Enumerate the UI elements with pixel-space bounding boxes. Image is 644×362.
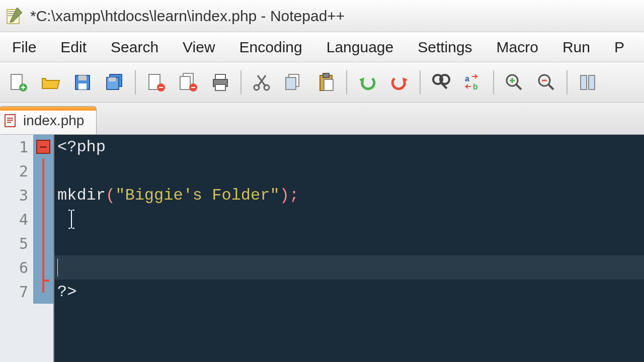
code-line-2[interactable] xyxy=(54,159,644,183)
line-number: 7 xyxy=(0,280,53,304)
window-title: *C:\xampp\htdocs\learn\index.php - Notep… xyxy=(30,8,345,25)
tab-label: index.php xyxy=(23,113,84,129)
svg-text:a: a xyxy=(465,74,469,83)
svg-rect-33 xyxy=(7,118,13,119)
line-number: 2 xyxy=(0,159,53,183)
svg-rect-8 xyxy=(109,77,116,81)
svg-text:b: b xyxy=(473,82,478,91)
toolbar-separator xyxy=(240,70,242,95)
text-caret xyxy=(57,258,58,277)
line-number: 4 xyxy=(0,207,53,231)
editor: 1 2 3 4 5 6 7 <?php mkdir("Biggie's Fold… xyxy=(0,135,644,362)
app-icon xyxy=(4,6,25,27)
redo-icon[interactable] xyxy=(385,68,414,97)
svg-rect-16 xyxy=(215,84,225,90)
line-number: 6 xyxy=(0,255,53,280)
new-file-icon[interactable] xyxy=(4,68,32,97)
svg-point-17 xyxy=(254,85,259,90)
zoom-in-icon[interactable] xyxy=(500,68,528,97)
svg-rect-12 xyxy=(180,76,190,89)
svg-rect-5 xyxy=(78,83,87,89)
svg-rect-31 xyxy=(589,75,595,89)
svg-rect-35 xyxy=(7,122,11,123)
svg-rect-23 xyxy=(324,79,333,90)
undo-icon[interactable] xyxy=(353,68,381,97)
svg-rect-20 xyxy=(286,77,296,89)
print-icon[interactable] xyxy=(206,68,234,97)
file-modified-icon xyxy=(4,114,18,128)
menu-search[interactable]: Search xyxy=(99,39,171,56)
menu-plugins-partial[interactable]: P xyxy=(602,39,636,56)
menubar: File Edit Search View Encoding Language … xyxy=(0,32,644,62)
menu-file[interactable]: File xyxy=(0,39,48,56)
tabbar: index.php xyxy=(0,103,644,135)
toolbar-separator xyxy=(346,70,347,95)
svg-rect-4 xyxy=(78,75,87,80)
code-line-3[interactable]: mkdir("Biggie's Folder"); xyxy=(54,183,644,207)
toolbar: ab xyxy=(0,62,644,103)
line-number: 5 xyxy=(0,231,53,255)
toolbar-separator xyxy=(420,70,421,95)
tab-index-php[interactable]: index.php xyxy=(0,106,97,134)
cut-icon[interactable] xyxy=(248,68,276,97)
replace-icon[interactable]: ab xyxy=(459,68,487,97)
close-all-icon[interactable] xyxy=(174,68,202,97)
code-line-1[interactable]: <?php xyxy=(54,135,644,159)
open-file-icon[interactable] xyxy=(36,68,64,97)
menu-language[interactable]: Language xyxy=(314,39,406,56)
toolbar-separator xyxy=(567,70,568,95)
menu-settings[interactable]: Settings xyxy=(406,39,484,56)
code-area[interactable]: <?php mkdir("Biggie's Folder"); ?> xyxy=(54,135,644,362)
menu-macro[interactable]: Macro xyxy=(485,39,550,56)
menu-edit[interactable]: Edit xyxy=(48,39,99,56)
code-line-4[interactable] xyxy=(54,207,644,231)
code-line-5[interactable] xyxy=(54,231,644,255)
close-icon[interactable] xyxy=(142,68,170,97)
titlebar: *C:\xampp\htdocs\learn\index.php - Notep… xyxy=(0,0,644,32)
zoom-out-icon[interactable] xyxy=(532,68,560,97)
sync-icon[interactable] xyxy=(574,68,602,97)
menu-encoding[interactable]: Encoding xyxy=(227,39,314,56)
menu-run[interactable]: Run xyxy=(550,39,602,56)
save-icon[interactable] xyxy=(68,68,97,97)
save-all-icon[interactable] xyxy=(101,68,129,97)
line-number: 1 xyxy=(0,135,53,159)
code-line-7[interactable]: ?> xyxy=(54,280,644,304)
line-number: 3 xyxy=(0,183,53,207)
toolbar-separator xyxy=(135,70,136,95)
menu-view[interactable]: View xyxy=(171,39,227,56)
svg-point-18 xyxy=(264,85,269,90)
code-line-6[interactable] xyxy=(54,255,644,280)
paste-icon[interactable] xyxy=(312,68,340,97)
svg-rect-22 xyxy=(323,73,329,77)
toolbar-separator xyxy=(493,70,494,95)
svg-rect-34 xyxy=(7,120,13,121)
copy-icon[interactable] xyxy=(280,68,308,97)
svg-rect-30 xyxy=(581,75,587,89)
find-icon[interactable] xyxy=(427,68,455,97)
fold-toggle-icon[interactable] xyxy=(36,140,50,154)
gutter: 1 2 3 4 5 6 7 xyxy=(0,135,54,362)
